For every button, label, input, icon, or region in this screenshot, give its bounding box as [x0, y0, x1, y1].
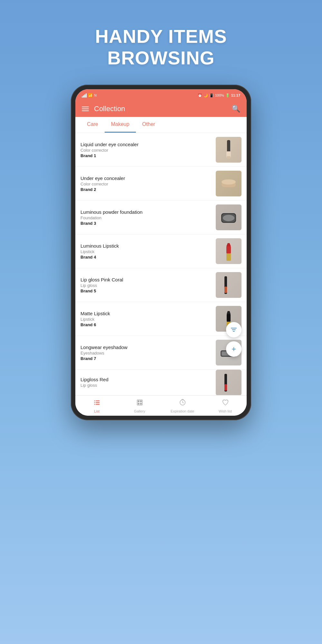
- product-thumbnail: [216, 137, 242, 163]
- svg-point-5: [222, 179, 236, 185]
- product-category: Foundation: [80, 215, 212, 220]
- nav-wishlist-label: Wish list: [219, 409, 232, 413]
- app-bar: Collection 🔍: [75, 101, 247, 117]
- nav-wishlist[interactable]: Wish list: [204, 399, 247, 413]
- list-item[interactable]: Lip gloss Pink Coral Lip gloss Brand 5: [75, 268, 247, 302]
- product-info: Longwear eyeshadow Eyeshadows Brand 7: [80, 345, 212, 361]
- vibrate-icon: 📳: [209, 93, 214, 98]
- product-image: [217, 274, 240, 296]
- svg-rect-25: [94, 401, 95, 402]
- product-list: Liquid under eye concealer Color correct…: [75, 133, 247, 395]
- product-thumbnail: [216, 171, 242, 196]
- battery-icon: 🔋: [225, 93, 230, 98]
- product-name: Longwear eyeshadow: [80, 345, 212, 350]
- svg-rect-32: [137, 401, 139, 402]
- svg-rect-26: [96, 401, 99, 402]
- svg-rect-28: [96, 402, 99, 403]
- tab-makeup[interactable]: Makeup: [105, 117, 136, 133]
- nfc-icon: N: [94, 93, 97, 97]
- svg-marker-16: [227, 311, 231, 314]
- svg-rect-33: [140, 401, 142, 402]
- list-item[interactable]: Longwear eyeshadow Eyeshadows Brand 7: [75, 336, 247, 370]
- svg-rect-27: [94, 402, 95, 403]
- nav-gallery-label: Gallery: [134, 409, 145, 413]
- battery-percent: 100%: [215, 93, 224, 97]
- search-button[interactable]: 🔍: [232, 105, 240, 113]
- product-brand: Brand 1: [80, 153, 212, 158]
- product-thumbnail: [216, 370, 242, 395]
- nav-list[interactable]: List: [75, 399, 118, 413]
- list-item[interactable]: Liquid under eye concealer Color correct…: [75, 133, 247, 167]
- svg-rect-21: [224, 384, 227, 391]
- app-title: Collection: [94, 105, 226, 113]
- product-image: [217, 138, 240, 161]
- plus-icon: +: [232, 345, 236, 354]
- tab-other[interactable]: Other: [136, 117, 162, 133]
- svg-rect-2: [227, 156, 231, 159]
- product-name: Matte Lipstick: [80, 311, 212, 316]
- product-thumbnail: [216, 238, 242, 264]
- product-image: [217, 172, 240, 195]
- product-category: Lip gloss: [80, 383, 212, 388]
- product-category: Color corrector: [80, 148, 212, 153]
- product-brand: Brand 7: [80, 356, 212, 361]
- nav-list-label: List: [94, 409, 99, 413]
- product-thumbnail: [216, 204, 242, 230]
- nav-gallery[interactable]: Gallery: [118, 399, 161, 413]
- list-item[interactable]: Lipgloss Red Lip gloss: [75, 370, 247, 395]
- product-category: Eyeshadows: [80, 351, 212, 355]
- product-brand: Brand 4: [80, 255, 212, 260]
- product-info: Luminous powder foundation Foundation Br…: [80, 209, 212, 226]
- phone-screen: 📶 N ⏰ 🌙 📳 100% 🔋 11:17 Collection 🔍 Care: [75, 89, 247, 416]
- product-info: Liquid under eye concealer Color correct…: [80, 142, 212, 158]
- list-item[interactable]: Luminous powder foundation Foundation Br…: [75, 201, 247, 234]
- product-image: [217, 371, 240, 394]
- product-name: Lip gloss Pink Coral: [80, 277, 212, 282]
- svg-rect-35: [140, 403, 142, 405]
- nav-expiration-label: Expiration date: [171, 409, 194, 413]
- product-thumbnail: [216, 272, 242, 298]
- product-name: Lipgloss Red: [80, 377, 212, 382]
- hero-title: HANDY ITEMS BROWSING: [95, 26, 227, 69]
- expiration-nav-icon: [179, 399, 186, 408]
- product-image: [217, 206, 240, 229]
- product-category: Lipstick: [80, 249, 212, 254]
- product-category: Color corrector: [80, 182, 212, 186]
- svg-rect-10: [226, 246, 231, 253]
- product-name: Luminous Lipstick: [80, 243, 212, 249]
- svg-marker-11: [226, 243, 231, 246]
- product-brand: Brand 5: [80, 289, 212, 293]
- product-info: Lipgloss Red Lip gloss: [80, 377, 212, 388]
- tab-care[interactable]: Care: [80, 117, 105, 133]
- product-brand: Brand 3: [80, 221, 212, 226]
- list-item[interactable]: Luminous Lipstick Lipstick Brand 4: [75, 234, 247, 268]
- menu-button[interactable]: [82, 107, 89, 111]
- nav-expiration[interactable]: Expiration date: [161, 399, 204, 413]
- product-name: Under eye concealer: [80, 175, 212, 181]
- status-bar: 📶 N ⏰ 🌙 📳 100% 🔋 11:17: [75, 89, 247, 101]
- filter-icon: [230, 326, 238, 334]
- svg-rect-9: [226, 253, 231, 261]
- product-category: Lip gloss: [80, 283, 212, 288]
- signal-icon: [82, 93, 87, 98]
- svg-rect-15: [227, 314, 231, 322]
- list-item[interactable]: Matte Lipstick Lipstick Brand 6: [75, 302, 247, 336]
- wifi-icon: 📶: [88, 93, 93, 98]
- tabs-container: Care Makeup Other: [75, 117, 247, 133]
- product-image: [217, 240, 240, 262]
- wishlist-nav-icon: [222, 399, 229, 408]
- product-info: Lip gloss Pink Coral Lip gloss Brand 5: [80, 277, 212, 293]
- product-brand: Brand 6: [80, 322, 212, 327]
- gallery-nav-icon: [136, 399, 143, 408]
- product-info: Matte Lipstick Lipstick Brand 6: [80, 311, 212, 327]
- phone-frame: 📶 N ⏰ 🌙 📳 100% 🔋 11:17 Collection 🔍 Care: [71, 85, 251, 420]
- product-info: Luminous Lipstick Lipstick Brand 4: [80, 243, 212, 260]
- svg-rect-29: [94, 404, 95, 405]
- product-brand: Brand 2: [80, 187, 212, 192]
- moon-icon: 🌙: [204, 93, 208, 98]
- product-name: Liquid under eye concealer: [80, 142, 212, 147]
- product-name: Luminous powder foundation: [80, 209, 212, 215]
- svg-rect-13: [224, 287, 227, 293]
- clock: 11:17: [231, 93, 240, 97]
- list-item[interactable]: Under eye concealer Color corrector Bran…: [75, 167, 247, 201]
